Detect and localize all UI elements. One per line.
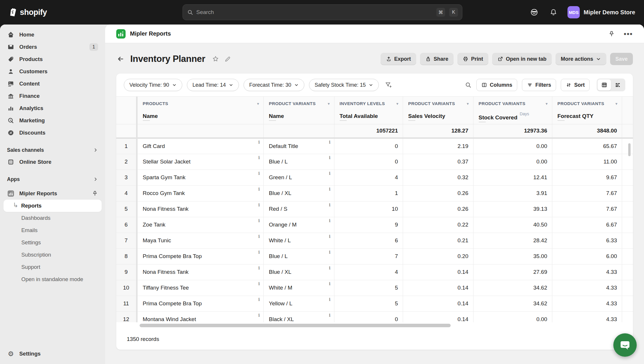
pin-icon[interactable] [92, 190, 98, 197]
info-icon[interactable]: i [258, 140, 260, 144]
more-actions-button[interactable]: More actions [556, 53, 606, 65]
inbox-icon[interactable] [529, 7, 539, 18]
info-icon[interactable]: i [258, 266, 260, 270]
info-icon[interactable]: i [258, 171, 260, 175]
sidebar-subitem-dashboards[interactable]: Dashboards [4, 212, 102, 224]
info-icon[interactable]: i [329, 187, 330, 191]
table-row[interactable]: 11 Prima Compete Bra Top i Yellow / L i … [116, 296, 633, 311]
info-icon[interactable]: i [258, 234, 260, 238]
back-arrow-icon[interactable] [116, 55, 125, 63]
search-input[interactable]: Search ⌘ K [183, 4, 462, 20]
col-forecast-qty[interactable]: Forecast QTY [552, 110, 622, 124]
sidebar-subitem-reports[interactable]: ↳ Reports [4, 200, 102, 212]
info-icon[interactable]: i [258, 250, 260, 254]
col-sales-velocity[interactable]: Sales Velocity [403, 110, 473, 124]
sales-channels-section[interactable]: Sales channels [4, 144, 102, 156]
share-button[interactable]: Share [420, 53, 454, 65]
info-icon[interactable]: i [258, 282, 260, 286]
info-icon[interactable]: i [258, 156, 260, 160]
sidebar-item-products[interactable]: Products [4, 53, 102, 65]
safety-stock-time-filter[interactable]: Safety Stock Time: 15 [309, 79, 379, 91]
filters-button[interactable]: Filters [522, 79, 556, 91]
favorite-star-icon[interactable] [212, 55, 219, 63]
group-products[interactable]: PRODUCTS▾ [137, 97, 263, 110]
table-row[interactable]: 12 Montana Wind Jacket i Black / XL i 0 … [116, 311, 633, 322]
open-new-tab-button[interactable]: Open in new tab [492, 53, 552, 65]
sidebar-subitem-emails[interactable]: Emails [4, 224, 102, 236]
sidebar-item-finance[interactable]: Finance [4, 90, 102, 102]
table-row[interactable]: 5 Nona Fitness Tank i Red / S i 10 0.26 … [116, 201, 633, 217]
info-icon[interactable]: i [258, 203, 260, 207]
table-row[interactable]: 8 Prima Compete Bra Top i Blue / L i 7 0… [116, 248, 633, 264]
lead-time-filter[interactable]: Lead Time: 14 [187, 79, 239, 91]
table-row[interactable]: 2 Stellar Solar Jacket i Blue / L i 0 0.… [116, 154, 633, 170]
summary-view-toggle[interactable] [611, 79, 624, 90]
info-icon[interactable]: i [329, 156, 330, 160]
shopify-logo[interactable]: shopify [9, 7, 47, 17]
col-variant-name[interactable]: Name [263, 110, 334, 124]
horizontal-scrollbar-thumb[interactable] [140, 324, 451, 327]
export-button[interactable]: Export [381, 53, 416, 65]
table-row[interactable]: 4 Rocco Gym Tank i Blue / XL i 1 0.26 3.… [116, 185, 633, 201]
table-row[interactable]: 9 Nona Fitness Tank i Blue / XL i 4 0.14… [116, 264, 633, 280]
group-product-variants-1[interactable]: PRODUCT VARIANTS▾ [263, 97, 334, 110]
sidebar-item-online-store[interactable]: Online Store [4, 156, 102, 168]
dropdown-triangle-icon[interactable]: ▾ [615, 101, 617, 106]
add-filter-funnel-icon[interactable] [385, 81, 392, 89]
info-icon[interactable]: i [329, 171, 330, 175]
edit-pencil-icon[interactable] [224, 55, 231, 63]
sidebar-subitem-standalone[interactable]: Open in standalone mode [4, 273, 102, 285]
info-icon[interactable]: i [329, 140, 330, 144]
table-row[interactable]: 1 Gift Card i Default Title i 0 2.19 0.0… [116, 138, 633, 154]
group-inventory-levels[interactable]: INVENTORY LEVELS▾ [334, 97, 403, 110]
print-button[interactable]: Print [457, 53, 488, 65]
dropdown-triangle-icon[interactable]: ▾ [328, 101, 330, 106]
sort-button[interactable]: Sort [561, 79, 590, 91]
dropdown-triangle-icon[interactable]: ▾ [467, 101, 469, 106]
table-search-icon[interactable] [465, 81, 472, 88]
info-icon[interactable]: i [329, 234, 330, 238]
info-icon[interactable]: i [329, 266, 330, 270]
chat-launcher-button[interactable] [613, 333, 637, 357]
info-icon[interactable]: i [329, 282, 330, 286]
dropdown-triangle-icon[interactable]: ▾ [546, 101, 548, 106]
info-icon[interactable]: i [329, 313, 330, 317]
col-stock-covered[interactable]: Stock CoveredDays [473, 110, 552, 124]
table-view-toggle[interactable] [598, 79, 611, 90]
sidebar-item-customers[interactable]: Customers [4, 65, 102, 78]
info-icon[interactable]: i [258, 297, 260, 302]
store-switcher[interactable]: MDS Mipler Demo Store [567, 6, 635, 18]
sidebar-item-settings[interactable]: ⚙ Settings [4, 348, 102, 360]
table-row[interactable]: 3 Sparta Gym Tank i Green / L i 4 0.32 1… [116, 170, 633, 185]
sidebar-item-discounts[interactable]: Discounts [4, 127, 102, 139]
info-icon[interactable]: i [258, 313, 260, 317]
table-row[interactable]: 6 Zoe Tank i Orange / M i 9 0.22 40.50 6… [116, 217, 633, 233]
dropdown-triangle-icon[interactable]: ▾ [396, 101, 398, 106]
vertical-scrollbar-thumb[interactable] [628, 143, 631, 156]
save-button[interactable]: Save [610, 53, 633, 65]
info-icon[interactable]: i [329, 203, 330, 207]
group-product-variants-2[interactable]: PRODUCT VARIANTS▾ [403, 97, 473, 110]
info-icon[interactable]: i [258, 187, 260, 191]
group-product-variants-3[interactable]: PRODUCT VARIANTS▾ [473, 97, 552, 110]
sidebar-subitem-support[interactable]: Support [4, 261, 102, 273]
sidebar-item-home[interactable]: Home [4, 29, 102, 41]
sidebar-item-orders[interactable]: Orders 1 [4, 41, 102, 53]
sidebar-item-mipler-reports[interactable]: Mipler Reports [4, 187, 102, 200]
group-product-variants-4[interactable]: PRODUCT VARIANTS▾ [552, 97, 622, 110]
col-total-available[interactable]: Total Available [334, 110, 403, 124]
notifications-bell-icon[interactable] [548, 7, 559, 18]
info-icon[interactable]: i [329, 250, 330, 254]
table-row[interactable]: 10 Tiffany Fitness Tee i White / M i 5 0… [116, 280, 633, 296]
columns-button[interactable]: Columns [476, 79, 517, 91]
info-icon[interactable]: i [329, 219, 330, 223]
col-product-name[interactable]: Name [137, 110, 263, 124]
apps-section[interactable]: Apps [4, 173, 102, 185]
info-icon[interactable]: i [329, 297, 330, 302]
dropdown-triangle-icon[interactable]: ▾ [257, 101, 259, 106]
sidebar-item-analytics[interactable]: Analytics [4, 102, 102, 114]
forecast-time-filter[interactable]: Forecast Time: 30 [244, 79, 304, 91]
info-icon[interactable]: i [258, 219, 260, 223]
table-row[interactable]: 7 Maya Tunic i White / L i 6 0.21 28.42 … [116, 233, 633, 248]
pin-icon[interactable] [608, 30, 615, 37]
